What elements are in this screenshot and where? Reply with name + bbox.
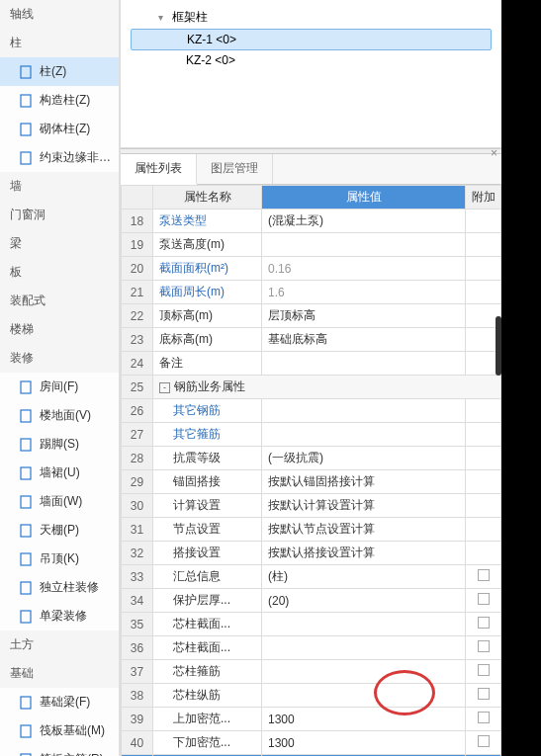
prop-name: 抗震等级 bbox=[159, 451, 221, 464]
beam-finish-item[interactable]: 单梁装修 bbox=[0, 602, 119, 630]
prop-value[interactable]: 按默认锚固搭接计算 bbox=[268, 474, 375, 488]
sidebar-item-label: 筏板主筋(R) bbox=[40, 751, 104, 756]
table-row[interactable]: 32搭接设置按默认搭接设置计算 bbox=[122, 542, 501, 565]
left-sidebar: 轴线 柱 柱(Z)构造柱(Z)砌体柱(Z)约束边缘非… 墙 门窗洞 梁 板 装配… bbox=[0, 0, 120, 756]
table-row[interactable]: 38芯柱纵筋 bbox=[122, 684, 501, 708]
table-row[interactable]: 25-钢筋业务属性 bbox=[122, 376, 501, 399]
close-icon[interactable]: × bbox=[491, 146, 497, 160]
table-row[interactable]: 31节点设置按默认节点设置计算 bbox=[122, 518, 501, 542]
prop-value[interactable]: 层顶标高 bbox=[268, 308, 316, 322]
right-black-strip bbox=[501, 0, 541, 756]
section-foundation[interactable]: 基础 bbox=[0, 659, 119, 688]
edge-item[interactable]: 约束边缘非… bbox=[0, 143, 119, 172]
column-finish-icon bbox=[18, 580, 34, 596]
foundation-beam-item[interactable]: 基础梁(F) bbox=[0, 688, 119, 716]
room-item[interactable]: 房间(F) bbox=[0, 373, 119, 401]
suspended-ceiling-item[interactable]: 吊顶(K) bbox=[0, 545, 119, 573]
raft-main-item[interactable]: 筏板主筋(R) bbox=[0, 745, 119, 756]
checkbox[interactable] bbox=[478, 640, 490, 652]
prop-value[interactable]: (20) bbox=[268, 594, 289, 608]
section-column[interactable]: 柱 bbox=[0, 29, 119, 57]
svg-rect-0 bbox=[21, 66, 31, 78]
table-row[interactable]: 34保护层厚...(20) bbox=[122, 589, 501, 613]
table-row[interactable]: 21截面周长(m)1.6 bbox=[122, 281, 501, 304]
section-axis[interactable]: 轴线 bbox=[0, 0, 119, 29]
checkbox[interactable] bbox=[478, 664, 490, 676]
prop-value[interactable]: 0.16 bbox=[268, 262, 291, 276]
wainscot-item[interactable]: 墙裙(U) bbox=[0, 459, 119, 487]
checkbox[interactable] bbox=[478, 569, 490, 581]
prop-value[interactable]: (一级抗震) bbox=[268, 451, 323, 464]
prop-name: 备注 bbox=[159, 356, 183, 370]
table-row[interactable]: 33汇总信息(柱) bbox=[122, 565, 501, 589]
scroll-handle[interactable] bbox=[496, 316, 501, 376]
wall-surface-item[interactable]: 墙面(W) bbox=[0, 487, 119, 516]
prop-value[interactable]: (柱) bbox=[268, 569, 288, 583]
section-slab[interactable]: 板 bbox=[0, 258, 119, 287]
skirting-item[interactable]: 踢脚(S) bbox=[0, 430, 119, 459]
sidebar-item-label: 楼地面(V) bbox=[40, 407, 91, 424]
prop-value[interactable]: 基础底标高 bbox=[268, 332, 327, 346]
table-row[interactable]: 40下加密范...1300 bbox=[122, 731, 501, 755]
table-row[interactable]: 28抗震等级(一级抗震) bbox=[122, 447, 501, 470]
prop-value[interactable]: 1300 bbox=[268, 736, 295, 750]
checkbox[interactable] bbox=[478, 735, 490, 747]
section-earthwork[interactable]: 土方 bbox=[0, 630, 119, 659]
tab-properties[interactable]: 属性列表 bbox=[121, 154, 197, 185]
prop-value[interactable]: (混凝土泵) bbox=[268, 213, 323, 227]
col-rownum bbox=[122, 186, 153, 210]
ceiling-item[interactable]: 天棚(P) bbox=[0, 516, 119, 545]
splitter[interactable]: × bbox=[121, 148, 501, 154]
prop-name: 截面周长(m) bbox=[159, 285, 225, 298]
table-row[interactable]: 19泵送高度(m) bbox=[122, 233, 501, 257]
prop-name: 顶标高(m) bbox=[159, 308, 213, 322]
skirting-icon bbox=[18, 437, 34, 453]
tree-item[interactable]: KZ-2 <0> bbox=[131, 50, 492, 70]
foundation-beam-icon bbox=[18, 695, 34, 711]
table-row[interactable]: 30计算设置按默认计算设置计算 bbox=[122, 494, 501, 518]
expand-btn[interactable]: - bbox=[159, 382, 170, 393]
section-prefab[interactable]: 装配式 bbox=[0, 287, 119, 315]
section-finish[interactable]: 装修 bbox=[0, 344, 119, 373]
masonry-column-item[interactable]: 砌体柱(Z) bbox=[0, 115, 119, 143]
checkbox[interactable] bbox=[478, 617, 490, 629]
checkbox[interactable] bbox=[478, 688, 490, 700]
section-beam[interactable]: 梁 bbox=[0, 229, 119, 258]
prop-name: 保护层厚... bbox=[159, 593, 230, 607]
tree-item[interactable]: KZ-1 <0> bbox=[131, 29, 492, 50]
floor-item[interactable]: 楼地面(V) bbox=[0, 401, 119, 430]
sidebar-item-label: 约束边缘非… bbox=[40, 149, 111, 166]
section-stair[interactable]: 楼梯 bbox=[0, 315, 119, 344]
table-row[interactable]: 23底标高(m)基础底标高 bbox=[122, 328, 501, 352]
prop-value[interactable]: 按默认节点设置计算 bbox=[268, 522, 375, 536]
tab-layers[interactable]: 图层管理 bbox=[197, 154, 273, 184]
section-wall[interactable]: 墙 bbox=[0, 172, 119, 201]
column-finish-item[interactable]: 独立柱装修 bbox=[0, 573, 119, 602]
table-row[interactable]: 36芯柱截面... bbox=[122, 636, 501, 660]
column-item[interactable]: 柱(Z) bbox=[0, 57, 119, 86]
prop-value[interactable]: 1300 bbox=[268, 713, 295, 726]
table-row[interactable]: 27其它箍筋 bbox=[122, 423, 501, 447]
table-row[interactable]: 20截面面积(m²)0.16 bbox=[122, 257, 501, 281]
table-row[interactable]: 39上加密范...1300 bbox=[122, 708, 501, 731]
tree-pane: ▾ 框架柱 KZ-1 <0>KZ-2 <0> bbox=[121, 0, 501, 148]
table-row[interactable]: 22顶标高(m)层顶标高 bbox=[122, 304, 501, 328]
tree-root[interactable]: ▾ 框架柱 bbox=[131, 6, 492, 29]
constructive-column-item[interactable]: 构造柱(Z) bbox=[0, 86, 119, 115]
table-row[interactable]: 18泵送类型(混凝土泵) bbox=[122, 210, 501, 233]
table-row[interactable]: 24备注 bbox=[122, 352, 501, 376]
table-row[interactable]: 37芯柱箍筋 bbox=[122, 660, 501, 684]
sidebar-item-label: 构造柱(Z) bbox=[40, 92, 90, 109]
table-row[interactable]: 35芯柱截面... bbox=[122, 613, 501, 636]
prop-value[interactable]: 按默认搭接设置计算 bbox=[268, 546, 375, 559]
table-row[interactable]: 29锚固搭接按默认锚固搭接计算 bbox=[122, 470, 501, 494]
raft-foundation-item[interactable]: 筏板基础(M) bbox=[0, 716, 119, 745]
section-door-window[interactable]: 门窗洞 bbox=[0, 201, 119, 229]
svg-rect-12 bbox=[21, 611, 31, 623]
checkbox[interactable] bbox=[478, 593, 490, 605]
table-row[interactable]: 26其它钢筋 bbox=[122, 399, 501, 423]
prop-value[interactable]: 按默认计算设置计算 bbox=[268, 498, 375, 512]
checkbox[interactable] bbox=[478, 712, 490, 723]
constructive-column-icon bbox=[18, 93, 34, 109]
prop-value[interactable]: 1.6 bbox=[268, 286, 285, 299]
